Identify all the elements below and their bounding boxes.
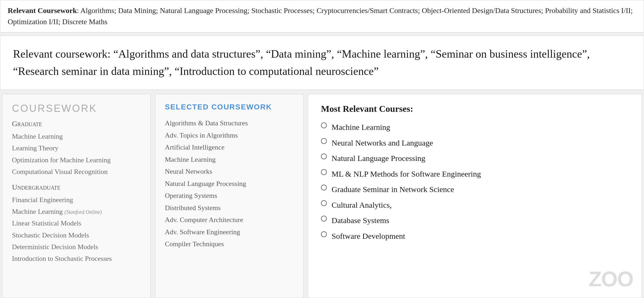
main-container: Relevant Coursework: Algorithms; Data Mi… — [0, 0, 644, 298]
course-name: Database Systems — [332, 214, 389, 228]
bullet-icon — [321, 138, 327, 144]
list-item: Machine Learning — [321, 120, 629, 134]
col-left-title: COURSEWORK — [12, 103, 141, 114]
list-item: Adv. Computer Architecture — [165, 214, 294, 226]
col-mid-selected: SELECTED COURSEWORK Algorithms & Data St… — [155, 94, 304, 298]
list-item: Machine Learning — [12, 131, 141, 142]
course-name: Machine Learning — [332, 120, 390, 134]
list-item: Software Development — [321, 229, 629, 243]
bullet-icon — [321, 154, 327, 159]
col-right-title: Most Relevant Courses: — [321, 104, 629, 114]
list-item: Introduction to Stochastic Processes — [12, 253, 141, 265]
list-item: Graduate Seminar in Network Science — [321, 182, 629, 197]
bullet-icon — [321, 185, 327, 190]
list-item: Deterministic Decision Models — [12, 241, 141, 253]
list-item: ML & NLP Methods for Software Engineerin… — [321, 167, 629, 181]
course-name: Cultural Analytics, — [332, 198, 392, 212]
list-item: Compiler Techniques — [165, 238, 294, 250]
quote-text: Relevant coursework: “Algorithms and dat… — [13, 48, 590, 77]
quote-block: Relevant coursework: “Algorithms and dat… — [0, 36, 644, 90]
list-item: Cultural Analytics, — [321, 198, 629, 212]
list-item: Adv. Software Engineering — [165, 226, 294, 238]
course-name: Natural Language Processing — [332, 151, 425, 165]
bullet-icon — [321, 216, 327, 222]
course-name: Neural Networks and Language — [332, 136, 433, 150]
list-item: Machine Learning — [165, 154, 294, 166]
list-item: Distributed Systems — [165, 202, 294, 214]
list-item: Database Systems — [321, 214, 629, 228]
col-left-graduate-label: Graduate — [12, 120, 141, 128]
bullet-icon — [321, 122, 327, 128]
list-item: Optimization for Machine Learning — [12, 154, 141, 166]
course-name: Software Development — [332, 229, 405, 243]
col-right-relevant: Most Relevant Courses: Machine Learning … — [308, 94, 642, 298]
col-left-undergrad-label: Undergraduate — [12, 183, 141, 191]
top-banner-label: Relevant Coursework — [8, 6, 77, 15]
list-item: Stochastic Decision Models — [12, 229, 141, 241]
list-item: Machine Learning (Stanford Online) — [12, 206, 141, 218]
list-item: Financial Engineering — [12, 194, 141, 206]
list-item: Artificial Intelligence — [165, 141, 294, 154]
bullet-icon — [321, 231, 327, 237]
list-item: Linear Statistical Models — [12, 218, 141, 229]
list-item: Natural Language Processing — [165, 178, 294, 190]
course-name: ML & NLP Methods for Software Engineerin… — [332, 167, 481, 181]
list-item: Computational Visual Recognition — [12, 166, 141, 178]
top-banner: Relevant Coursework: Algorithms; Data Mi… — [0, 0, 644, 32]
bullet-icon — [321, 169, 327, 175]
list-item: Neural Networks and Language — [321, 136, 629, 150]
list-item: Neural Networks — [165, 165, 294, 178]
list-item: Natural Language Processing — [321, 151, 629, 165]
bottom-section: COURSEWORK Graduate Machine Learning Lea… — [0, 94, 644, 298]
col-left-coursework: COURSEWORK Graduate Machine Learning Lea… — [2, 94, 151, 298]
zoom-watermark: ZOO — [589, 267, 633, 291]
top-banner-text: : Algorithms; Data Mining; Natural Langu… — [8, 6, 633, 26]
list-item: Algorithms & Data Structures — [165, 117, 294, 129]
list-item: Operating Systems — [165, 190, 294, 202]
list-item: Learning Theory — [12, 142, 141, 154]
course-note: (Stanford Online) — [65, 209, 102, 215]
list-item: Adv. Topics in Algorithms — [165, 129, 294, 142]
course-name: Graduate Seminar in Network Science — [332, 182, 454, 197]
col-mid-title: SELECTED COURSEWORK — [165, 103, 294, 111]
bullet-icon — [321, 200, 327, 206]
